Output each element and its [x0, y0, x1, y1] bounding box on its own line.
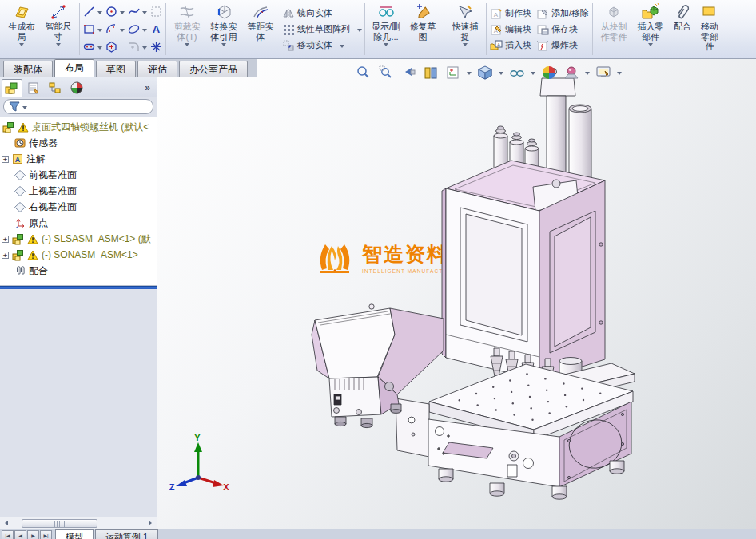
tree-item-root[interactable]: 桌面式四轴锁螺丝机 (默认<	[2, 119, 157, 135]
centerpoint-arc-tool[interactable]	[105, 22, 125, 38]
tab-layout[interactable]: 布局	[54, 59, 94, 77]
graphics-viewport[interactable]: 智造资料网 INTELLIGENT MANUFACTURING DATA	[157, 59, 756, 529]
line-tool[interactable]	[82, 4, 102, 20]
tree-item-sensors[interactable]: 传感器	[2, 135, 157, 151]
repair-sketch-button[interactable]: 修复草图	[404, 1, 441, 57]
explode-block-label: 爆炸块	[551, 39, 578, 51]
convert-entities-caret-icon[interactable]	[221, 43, 226, 46]
panel-expand-chevron[interactable]: »	[145, 82, 155, 97]
tree-item-origin[interactable]: 原点	[2, 215, 157, 231]
view-orientation-icon[interactable]	[444, 64, 462, 81]
tree-item-annotations[interactable]: + A 注解	[2, 151, 157, 167]
expand-icon[interactable]: +	[2, 252, 9, 259]
first-study-button[interactable]: |◀	[2, 530, 14, 539]
propertymanager-tab[interactable]	[23, 79, 44, 97]
tree-item-slsasm[interactable]: + (-) SLSASM_ASM<1> (默	[2, 231, 157, 247]
convert-entities-button[interactable]: 转换实体引用	[205, 1, 242, 57]
move-entities-label: 移动实体	[297, 39, 332, 51]
sketch-pattern-star-tool[interactable]	[149, 39, 163, 55]
ellipse-tool[interactable]	[127, 22, 147, 38]
hide-show-caret-icon[interactable]	[531, 72, 535, 75]
fillet-tool[interactable]	[127, 39, 147, 55]
tree-item-label: 前视基准面	[29, 168, 77, 182]
text-tool[interactable]: A	[149, 22, 163, 38]
move-entities-button[interactable]: 移动实体	[282, 38, 362, 53]
configurationmanager-tab[interactable]	[45, 79, 66, 97]
tab-assembly[interactable]: 装配体	[3, 61, 53, 77]
assembly-model[interactable]	[157, 59, 756, 527]
slot-tool[interactable]	[82, 39, 102, 55]
tree-item-right-plane[interactable]: 右视基准面	[2, 199, 157, 215]
prev-study-button[interactable]: ◀	[14, 530, 26, 539]
add-remove-button[interactable]: 添加/移除	[536, 6, 589, 21]
offset-entities-button[interactable]: 等距实体	[242, 1, 279, 57]
insert-components-icon	[641, 2, 660, 22]
display-delete-relations-button[interactable]: 显示/删除几...	[368, 1, 404, 57]
create-layout-caret-icon[interactable]	[19, 43, 24, 46]
panel-horizontal-scrollbar[interactable]	[0, 517, 157, 529]
warning-icon	[26, 233, 39, 245]
expand-icon[interactable]: +	[2, 236, 9, 243]
zoom-to-area-icon[interactable]	[377, 64, 395, 81]
smart-dimension-caret-icon[interactable]	[56, 43, 61, 46]
move-component-button[interactable]: 移动零部件	[696, 1, 723, 57]
motion-study-tab[interactable]: 运动算例 1	[95, 529, 158, 539]
section-view-icon[interactable]	[422, 64, 440, 81]
tab-sketch[interactable]: 草图	[96, 61, 136, 77]
linear-pattern-caret-icon[interactable]	[357, 29, 362, 32]
smart-dimension-button[interactable]: 智能尺寸	[40, 1, 77, 57]
apply-scene-icon[interactable]	[563, 64, 580, 81]
display-style-caret-icon[interactable]	[499, 72, 503, 75]
expand-icon[interactable]: +	[2, 156, 9, 163]
display-delete-caret-icon[interactable]	[384, 43, 388, 46]
insert-block-button[interactable]: A 插入块	[490, 38, 531, 53]
view-settings-icon[interactable]	[595, 64, 612, 81]
zoom-to-fit-icon[interactable]	[355, 64, 372, 81]
save-block-button[interactable]: 保存块	[536, 22, 589, 37]
display-style-icon[interactable]	[476, 64, 494, 81]
insert-components-button[interactable]: 插入零部件	[632, 1, 669, 57]
edit-block-button[interactable]: A 编辑块	[490, 22, 531, 37]
save-block-label: 保存块	[551, 23, 578, 35]
spline-tool[interactable]	[127, 4, 147, 20]
edit-appearance-icon[interactable]	[540, 64, 558, 81]
hide-show-items-icon[interactable]	[508, 64, 526, 81]
tab-office-products[interactable]: 办公室产品	[179, 61, 248, 77]
view-orientation-caret-icon[interactable]	[467, 72, 472, 75]
featuremanager-tab[interactable]	[2, 79, 22, 97]
tree-filter-input[interactable]	[3, 99, 153, 114]
polygon-tool[interactable]	[105, 39, 125, 55]
assembly-icon	[2, 121, 14, 133]
tree-item-mates[interactable]: 配合	[2, 263, 157, 279]
displaymanager-tab[interactable]	[66, 79, 87, 97]
circle-tool[interactable]	[105, 4, 125, 20]
tab-evaluate[interactable]: 评估	[137, 61, 177, 77]
quick-snaps-button[interactable]: 快速捕捉	[447, 1, 483, 57]
mate-button[interactable]: 配合	[669, 1, 696, 57]
tree-item-top-plane[interactable]: 上视基准面	[2, 183, 157, 199]
sketch-picture-tool[interactable]	[149, 4, 163, 20]
next-study-button[interactable]: ▶	[27, 530, 39, 539]
insert-components-caret-icon[interactable]	[648, 43, 653, 46]
create-layout-button[interactable]: 生成布局	[3, 1, 40, 57]
command-toolbar: 生成布局 智能尺寸 A	[0, 0, 756, 59]
scrollbar-thumb[interactable]	[22, 519, 97, 528]
tree-item-sonasm[interactable]: + (-) SONASM_ASM<1>	[2, 247, 157, 263]
mirror-entities-button[interactable]: 镜向实体	[282, 6, 362, 21]
previous-view-icon[interactable]	[400, 64, 417, 81]
model-tab[interactable]: 模型	[55, 529, 94, 539]
convert-entities-icon	[214, 2, 233, 22]
rectangle-tool[interactable]	[82, 22, 102, 38]
quick-snaps-caret-icon[interactable]	[463, 43, 468, 46]
tree-item-front-plane[interactable]: 前视基准面	[2, 167, 157, 183]
explode-block-button[interactable]: 爆炸块	[536, 38, 589, 53]
view-settings-caret-icon[interactable]	[617, 72, 622, 75]
apply-scene-caret-icon[interactable]	[585, 72, 590, 75]
linear-sketch-pattern-button[interactable]: 线性草图阵列	[282, 22, 362, 37]
scroll-left-icon[interactable]	[1, 518, 12, 529]
move-entities-caret-icon[interactable]	[340, 45, 344, 48]
scroll-right-icon[interactable]	[145, 518, 156, 529]
last-study-button[interactable]: ▶|	[40, 530, 52, 539]
filter-caret-icon[interactable]	[22, 106, 27, 109]
make-block-button[interactable]: A 制作块	[490, 6, 531, 21]
